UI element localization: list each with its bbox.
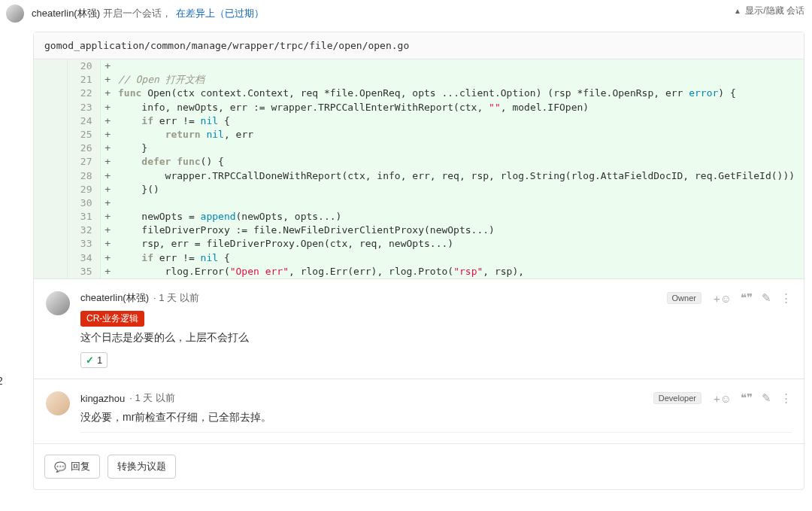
code-line[interactable]: 23+ info, newOpts, err := wrapper.TRPCCa… (34, 101, 804, 114)
code-line[interactable]: 26+ } (34, 141, 804, 155)
code-line[interactable]: 30+ (34, 196, 804, 210)
line-number-new: 28 (67, 169, 100, 183)
role-badge: Developer (653, 392, 701, 404)
diff-sign: + (100, 196, 115, 210)
comment-text: 这个日志是必要的么，上层不会打么 (80, 331, 792, 345)
line-number-new: 33 (67, 237, 100, 251)
diff-sign: + (100, 73, 115, 87)
diff-sign: + (100, 265, 115, 278)
code-content: return nil, err (115, 128, 804, 141)
comment-author[interactable]: cheaterlin(林强) (80, 291, 149, 305)
code-content (115, 196, 804, 210)
code-line[interactable]: 33+ rsp, err = fileDriverProxy.Open(ctx,… (34, 237, 804, 251)
toggle-thread-link[interactable]: ▲ 显示/隐藏 会话 (734, 5, 804, 17)
line-number-old (34, 169, 67, 183)
line-number-old (34, 196, 67, 210)
line-number-old (34, 183, 67, 196)
code-line[interactable]: 31+ newOpts = append(newOpts, opts...) (34, 210, 804, 224)
line-number-new: 26 (67, 141, 100, 155)
line-number-old (34, 141, 67, 155)
diff-sign: + (100, 59, 115, 73)
comment-tag: CR-业务逻辑 (80, 311, 144, 327)
quote-icon[interactable]: ❝❞ (741, 391, 753, 405)
code-content: info, newOpts, err := wrapper.TRPCCallEn… (115, 101, 804, 114)
line-number-old (34, 128, 67, 141)
code-content: wrapper.TRPCCallDoneWithReport(ctx, info… (115, 169, 804, 183)
vote-chip[interactable]: ✓1 (80, 352, 108, 368)
line-number-new: 27 (67, 155, 100, 169)
add-reaction-button[interactable]: +☺ (714, 292, 732, 305)
role-badge: Owner (667, 292, 701, 304)
diff-sign: + (100, 224, 115, 237)
code-line[interactable]: 25+ return nil, err (34, 128, 804, 141)
line-number-old (34, 265, 67, 278)
line-number-old (34, 59, 67, 73)
line-number-old (34, 224, 67, 237)
comment-time: · 1 天 以前 (153, 291, 199, 305)
thread-action-text: 开启一个会话， (103, 7, 171, 20)
convert-to-issue-button[interactable]: 转换为议题 (108, 455, 176, 479)
line-number-old (34, 114, 67, 128)
code-content: rlog.Error("Open err", rlog.Err(err), rl… (115, 265, 804, 278)
caret-up-icon: ▲ (734, 7, 741, 15)
code-line[interactable]: 22+func Open(ctx context.Context, req *f… (34, 87, 804, 100)
line-number-new: 32 (67, 224, 100, 237)
diff-sign: + (100, 183, 115, 196)
code-line[interactable]: 34+ if err != nil { (34, 251, 804, 265)
discussion-panel: gomod_application/common/manage/wrapper/… (33, 32, 804, 490)
line-number-old (34, 73, 67, 87)
code-content: rsp, err = fileDriverProxy.Open(ctx, req… (115, 237, 804, 251)
line-number-new: 31 (67, 210, 100, 224)
code-content: func Open(ctx context.Context, req *file… (115, 87, 804, 100)
file-path-header[interactable]: gomod_application/common/manage/wrapper/… (34, 32, 804, 59)
code-content: if err != nil { (115, 114, 804, 128)
comment-count: 💬 2 (0, 375, 3, 387)
code-line[interactable]: 35+ rlog.Error("Open err", rlog.Err(err)… (34, 265, 804, 278)
line-number-new: 29 (67, 183, 100, 196)
line-number-new: 21 (67, 73, 100, 87)
diff-sign: + (100, 169, 115, 183)
reply-button[interactable]: 💬 回复 (44, 455, 100, 479)
line-number-old (34, 210, 67, 224)
avatar (46, 291, 70, 315)
quote-icon[interactable]: ❝❞ (741, 291, 753, 305)
line-number-old (34, 87, 67, 100)
thread-header: cheaterlin(林强) 开启一个会话， 在差异上（已过期） ▲ 显示/隐藏… (0, 0, 812, 27)
code-line[interactable]: 29+ }() (34, 183, 804, 196)
code-line[interactable]: 28+ wrapper.TRPCCallDoneWithReport(ctx, … (34, 169, 804, 183)
comment-author[interactable]: kingazhou (80, 393, 125, 404)
line-number-new: 24 (67, 114, 100, 128)
comment: kingazhou· 1 天 以前Developer+☺❝❞✎⋮没必要，mr前检… (34, 379, 804, 443)
diff-sign: + (100, 251, 115, 265)
line-number-old (34, 101, 67, 114)
avatar (6, 5, 24, 23)
diff-sign: + (100, 128, 115, 141)
add-reaction-button[interactable]: +☺ (714, 392, 732, 405)
diff-code-block: 20+21+// Open 打开文档22+func Open(ctx conte… (34, 59, 804, 278)
comment-count-number: 2 (0, 375, 3, 387)
code-content: if err != nil { (115, 251, 804, 265)
line-number-new: 20 (67, 59, 100, 73)
more-icon[interactable]: ⋮ (780, 391, 792, 405)
code-line[interactable]: 27+ defer func() { (34, 155, 804, 169)
diff-sign: + (100, 87, 115, 100)
diff-sign: + (100, 101, 115, 114)
line-number-new: 34 (67, 251, 100, 265)
thread-author[interactable]: cheaterlin(林强) (32, 7, 100, 20)
more-icon[interactable]: ⋮ (780, 291, 792, 305)
footer-actions: 💬 回复 转换为议题 (34, 443, 804, 489)
code-line[interactable]: 20+ (34, 59, 804, 73)
line-number-new: 35 (67, 265, 100, 278)
code-line[interactable]: 21+// Open 打开文档 (34, 73, 804, 87)
code-line[interactable]: 32+ fileDriverProxy := file.NewFileDrive… (34, 224, 804, 237)
line-number-new: 30 (67, 196, 100, 210)
line-number-old (34, 251, 67, 265)
line-number-new: 25 (67, 128, 100, 141)
divider (80, 432, 792, 433)
code-content: fileDriverProxy := file.NewFileDriverCli… (115, 224, 804, 237)
diff-link[interactable]: 在差异上（已过期） (176, 7, 264, 20)
edit-icon[interactable]: ✎ (762, 391, 771, 405)
edit-icon[interactable]: ✎ (762, 291, 771, 305)
comment: cheaterlin(林强)· 1 天 以前Owner+☺❝❞✎⋮CR-业务逻辑… (34, 278, 804, 379)
code-line[interactable]: 24+ if err != nil { (34, 114, 804, 128)
